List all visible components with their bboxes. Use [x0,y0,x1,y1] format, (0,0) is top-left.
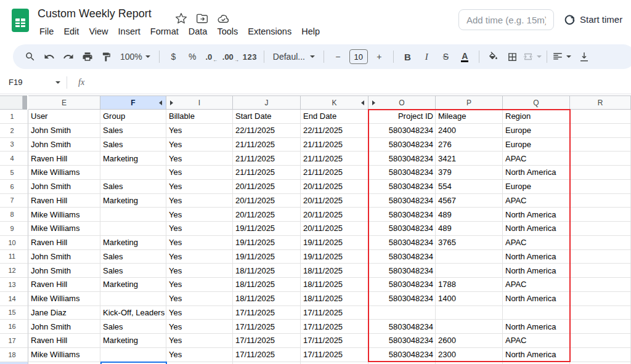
cell-Q13[interactable]: APAC [503,278,570,292]
cell-I17[interactable]: Yes [166,334,233,348]
cell-I13[interactable]: Yes [166,278,233,292]
cell-P16[interactable] [436,320,503,334]
cell-I18[interactable]: Yes [166,348,233,362]
cell-I2[interactable]: Yes [166,124,233,138]
strikethrough-button[interactable]: S [437,48,455,65]
cell-Q2[interactable]: Europe [503,124,570,138]
add-time-input[interactable] [458,9,554,30]
cell-Q4[interactable]: APAC [503,152,570,166]
row-header-16[interactable]: 16 [0,320,28,334]
cell-E8[interactable]: Mike Williams [28,208,100,222]
menu-extensions[interactable]: Extensions [243,25,296,38]
menu-file[interactable]: File [35,25,59,38]
cell-F16[interactable]: Sales [100,320,166,334]
menu-data[interactable]: Data [184,25,213,38]
cell-O8[interactable]: 5803048234 [368,208,436,222]
cell-F6[interactable]: Sales [100,180,166,194]
cell-R8[interactable] [570,208,631,222]
cell-Q10[interactable]: APAC [503,236,570,250]
cell-E10[interactable]: Raven Hill [28,236,100,250]
cell-J11[interactable]: 19/11/2025 [233,250,301,264]
row-header-11[interactable]: 11 [0,250,28,264]
cell-R19[interactable] [570,362,631,364]
move-folder-icon[interactable] [196,12,208,25]
cell-O17[interactable]: 5803048234 [368,334,436,348]
cell-P13[interactable]: 1788 [436,278,503,292]
cell-R14[interactable] [570,292,631,306]
unhide-columns-lmn-left-icon[interactable] [361,100,364,105]
row-header-4[interactable]: 4 [0,152,28,166]
cell-E15[interactable]: Jane Diaz [28,306,100,320]
star-icon[interactable] [175,12,187,25]
menu-tools[interactable]: Tools [212,25,243,38]
cell-E7[interactable]: Raven Hill [28,194,100,208]
cell-K11[interactable]: 19/11/2025 [301,250,368,264]
font-size-input[interactable]: 10 [349,49,368,64]
cell-R9[interactable] [570,222,631,236]
cell-P1[interactable]: Mileage [436,110,503,124]
cell-J8[interactable]: 20/11/2025 [233,208,301,222]
column-header-O[interactable]: O [368,95,436,110]
cell-J9[interactable]: 19/11/2025 [233,222,301,236]
column-header-I[interactable]: I [166,95,233,110]
cell-Q6[interactable]: Europe [503,180,570,194]
cell-R7[interactable] [570,194,631,208]
cell-F9[interactable] [100,222,166,236]
row-header-1[interactable]: 1 [0,110,28,124]
cell-I8[interactable]: Yes [166,208,233,222]
cloud-saved-icon[interactable] [217,12,229,25]
cell-O15[interactable] [368,306,436,320]
decrease-decimal-button[interactable]: .0← [203,48,221,65]
column-header-F[interactable]: F [100,95,166,110]
italic-button[interactable]: I [418,48,436,65]
cell-P17[interactable]: 2600 [436,334,503,348]
column-header-J[interactable]: J [233,95,301,110]
cell-P9[interactable]: 489 [436,222,503,236]
cell-O11[interactable]: 5803048234 [368,250,436,264]
cell-K13[interactable]: 18/11/2025 [301,278,368,292]
cell-J16[interactable]: 17/11/2025 [233,320,301,334]
cell-E16[interactable]: John Smith [28,320,100,334]
cell-K3[interactable]: 21/11/2025 [301,138,368,152]
cell-K10[interactable]: 19/11/2025 [301,236,368,250]
cell-R1[interactable] [570,110,631,124]
search-icon[interactable] [21,48,39,65]
cell-R15[interactable] [570,306,631,320]
cell-K9[interactable]: 20/11/2025 [301,222,368,236]
cell-J6[interactable]: 20/11/2025 [233,180,301,194]
cell-F12[interactable]: Sales [100,264,166,278]
horizontal-align-icon[interactable] [552,48,571,65]
cell-R13[interactable] [570,278,631,292]
text-color-button[interactable]: A [456,48,474,65]
menu-edit[interactable]: Edit [59,25,84,38]
cell-J3[interactable]: 21/11/2025 [233,138,301,152]
row-header-8[interactable]: 8 [0,208,28,222]
cell-F5[interactable] [100,166,166,180]
cell-F10[interactable]: Marketing [100,236,166,250]
cell-K6[interactable]: 20/11/2025 [301,180,368,194]
cell-P2[interactable]: 2400 [436,124,503,138]
cell-E3[interactable]: John Smith [28,138,100,152]
menu-format[interactable]: Format [145,25,184,38]
cell-E6[interactable]: John Smith [28,180,100,194]
cell-O5[interactable]: 5803048234 [368,166,436,180]
cell-P3[interactable]: 276 [436,138,503,152]
cell-K12[interactable]: 18/11/2025 [301,264,368,278]
cell-I6[interactable]: Yes [166,180,233,194]
cell-K8[interactable]: 20/11/2025 [301,208,368,222]
cell-K18[interactable]: 17/11/2025 [301,348,368,362]
cell-I9[interactable]: Yes [166,222,233,236]
name-box[interactable]: F19 [0,78,67,87]
cell-Q18[interactable]: North America [503,348,570,362]
menu-insert[interactable]: Insert [113,25,145,38]
cell-J1[interactable]: Start Date [233,110,301,124]
cell-P14[interactable]: 1400 [436,292,503,306]
document-title[interactable]: Custom Weekly Report [38,7,152,20]
cell-P8[interactable]: 489 [436,208,503,222]
cell-F3[interactable]: Sales [100,138,166,152]
cell-Q1[interactable]: Region [503,110,570,124]
selected-cell-F19[interactable] [100,362,167,364]
cell-J12[interactable]: 18/11/2025 [233,264,301,278]
cell-J7[interactable]: 20/11/2025 [233,194,301,208]
format-currency-button[interactable]: $ [165,48,182,65]
